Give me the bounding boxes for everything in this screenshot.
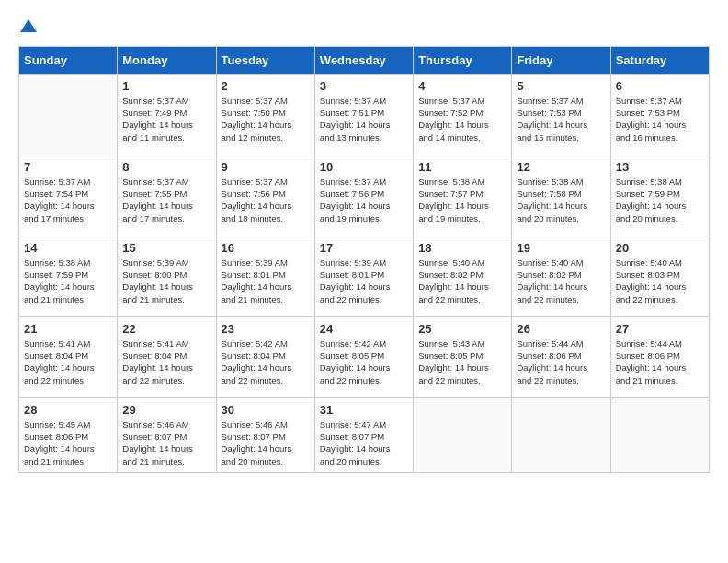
calendar-cell: 1Sunrise: 5:37 AM Sunset: 7:49 PM Daylig…	[118, 74, 216, 155]
calendar-cell: 3Sunrise: 5:37 AM Sunset: 7:51 PM Daylig…	[314, 74, 413, 155]
calendar-cell: 29Sunrise: 5:46 AM Sunset: 8:07 PM Dayli…	[118, 397, 216, 472]
day-info: Sunrise: 5:41 AM Sunset: 8:04 PM Dayligh…	[122, 338, 210, 386]
day-info: Sunrise: 5:42 AM Sunset: 8:04 PM Dayligh…	[222, 338, 310, 386]
calendar-cell: 20Sunrise: 5:40 AM Sunset: 8:03 PM Dayli…	[610, 236, 709, 316]
calendar-cell: 6Sunrise: 5:37 AM Sunset: 7:53 PM Daylig…	[610, 74, 709, 155]
calendar-cell: 14Sunrise: 5:38 AM Sunset: 7:59 PM Dayli…	[19, 236, 118, 316]
calendar-week-row: 14Sunrise: 5:38 AM Sunset: 7:59 PM Dayli…	[19, 236, 710, 316]
day-info: Sunrise: 5:40 AM Sunset: 8:02 PM Dayligh…	[517, 257, 605, 305]
calendar-cell: 10Sunrise: 5:37 AM Sunset: 7:56 PM Dayli…	[314, 155, 413, 236]
day-header-wednesday: Wednesday	[314, 46, 413, 74]
calendar-week-row: 1Sunrise: 5:37 AM Sunset: 7:49 PM Daylig…	[19, 74, 710, 155]
calendar-cell: 11Sunrise: 5:38 AM Sunset: 7:57 PM Dayli…	[414, 155, 512, 236]
calendar-cell: 7Sunrise: 5:37 AM Sunset: 7:54 PM Daylig…	[19, 155, 118, 236]
day-info: Sunrise: 5:38 AM Sunset: 7:57 PM Dayligh…	[418, 176, 506, 224]
day-info: Sunrise: 5:41 AM Sunset: 8:04 PM Dayligh…	[24, 338, 112, 386]
svg-marker-0	[20, 19, 37, 32]
calendar-cell: 13Sunrise: 5:38 AM Sunset: 7:59 PM Dayli…	[610, 155, 709, 236]
day-info: Sunrise: 5:37 AM Sunset: 7:52 PM Dayligh…	[418, 95, 506, 144]
day-info: Sunrise: 5:40 AM Sunset: 8:03 PM Dayligh…	[616, 257, 704, 305]
page-header	[18, 18, 710, 37]
calendar-cell	[19, 74, 118, 155]
day-header-tuesday: Tuesday	[216, 46, 314, 74]
calendar-cell: 4Sunrise: 5:37 AM Sunset: 7:52 PM Daylig…	[414, 74, 512, 155]
day-number: 8	[122, 160, 210, 174]
day-info: Sunrise: 5:37 AM Sunset: 7:50 PM Dayligh…	[222, 95, 310, 144]
day-number: 2	[222, 79, 310, 93]
day-info: Sunrise: 5:43 AM Sunset: 8:05 PM Dayligh…	[418, 338, 506, 386]
day-info: Sunrise: 5:44 AM Sunset: 8:06 PM Dayligh…	[616, 338, 704, 386]
day-number: 18	[418, 241, 506, 255]
day-info: Sunrise: 5:45 AM Sunset: 8:06 PM Dayligh…	[24, 419, 112, 467]
day-number: 6	[616, 79, 704, 93]
calendar-cell	[512, 397, 610, 472]
day-info: Sunrise: 5:37 AM Sunset: 7:49 PM Dayligh…	[122, 95, 210, 144]
day-info: Sunrise: 5:37 AM Sunset: 7:55 PM Dayligh…	[122, 176, 210, 224]
day-number: 9	[222, 160, 310, 174]
day-number: 21	[24, 322, 112, 336]
day-number: 10	[320, 160, 408, 174]
calendar-cell: 19Sunrise: 5:40 AM Sunset: 8:02 PM Dayli…	[512, 236, 610, 316]
calendar-cell: 25Sunrise: 5:43 AM Sunset: 8:05 PM Dayli…	[414, 316, 512, 397]
day-number: 25	[418, 322, 506, 336]
day-number: 16	[222, 241, 310, 255]
calendar-cell: 22Sunrise: 5:41 AM Sunset: 8:04 PM Dayli…	[118, 316, 216, 397]
day-number: 24	[320, 322, 408, 336]
day-header-sunday: Sunday	[19, 46, 118, 74]
day-header-monday: Monday	[118, 46, 216, 74]
day-info: Sunrise: 5:39 AM Sunset: 8:01 PM Dayligh…	[320, 257, 408, 305]
day-number: 28	[24, 403, 112, 417]
calendar-week-row: 21Sunrise: 5:41 AM Sunset: 8:04 PM Dayli…	[19, 316, 710, 397]
calendar-cell: 2Sunrise: 5:37 AM Sunset: 7:50 PM Daylig…	[216, 74, 314, 155]
calendar-cell: 9Sunrise: 5:37 AM Sunset: 7:56 PM Daylig…	[216, 155, 314, 236]
day-info: Sunrise: 5:37 AM Sunset: 7:54 PM Dayligh…	[24, 176, 112, 224]
calendar-cell: 8Sunrise: 5:37 AM Sunset: 7:55 PM Daylig…	[118, 155, 216, 236]
day-info: Sunrise: 5:40 AM Sunset: 8:02 PM Dayligh…	[418, 257, 506, 305]
calendar-week-row: 28Sunrise: 5:45 AM Sunset: 8:06 PM Dayli…	[19, 397, 710, 472]
calendar-cell	[414, 397, 512, 472]
day-number: 23	[222, 322, 310, 336]
day-number: 7	[24, 160, 112, 174]
day-number: 17	[320, 241, 408, 255]
calendar-cell: 27Sunrise: 5:44 AM Sunset: 8:06 PM Dayli…	[610, 316, 709, 397]
logo-icon	[20, 19, 37, 32]
day-number: 31	[320, 403, 408, 417]
day-number: 11	[418, 160, 506, 174]
day-info: Sunrise: 5:42 AM Sunset: 8:05 PM Dayligh…	[320, 338, 408, 386]
day-info: Sunrise: 5:37 AM Sunset: 7:53 PM Dayligh…	[616, 95, 704, 144]
calendar-cell: 15Sunrise: 5:39 AM Sunset: 8:00 PM Dayli…	[118, 236, 216, 316]
day-number: 14	[24, 241, 112, 255]
day-number: 4	[418, 79, 506, 93]
calendar-cell: 24Sunrise: 5:42 AM Sunset: 8:05 PM Dayli…	[314, 316, 413, 397]
calendar-cell: 26Sunrise: 5:44 AM Sunset: 8:06 PM Dayli…	[512, 316, 610, 397]
day-header-thursday: Thursday	[414, 46, 512, 74]
day-info: Sunrise: 5:47 AM Sunset: 8:07 PM Dayligh…	[320, 419, 408, 467]
day-info: Sunrise: 5:39 AM Sunset: 8:00 PM Dayligh…	[122, 257, 210, 305]
calendar-cell	[610, 397, 709, 472]
day-number: 3	[320, 79, 408, 93]
day-info: Sunrise: 5:37 AM Sunset: 7:56 PM Dayligh…	[320, 176, 408, 224]
day-number: 26	[517, 322, 605, 336]
day-number: 13	[616, 160, 704, 174]
logo	[18, 18, 37, 37]
calendar-cell: 31Sunrise: 5:47 AM Sunset: 8:07 PM Dayli…	[314, 397, 413, 472]
calendar-cell: 5Sunrise: 5:37 AM Sunset: 7:53 PM Daylig…	[512, 74, 610, 155]
day-info: Sunrise: 5:37 AM Sunset: 7:53 PM Dayligh…	[517, 95, 605, 144]
day-header-friday: Friday	[512, 46, 610, 74]
day-number: 30	[222, 403, 310, 417]
day-info: Sunrise: 5:46 AM Sunset: 8:07 PM Dayligh…	[222, 419, 310, 467]
day-number: 12	[517, 160, 605, 174]
day-number: 15	[122, 241, 210, 255]
calendar-cell: 12Sunrise: 5:38 AM Sunset: 7:58 PM Dayli…	[512, 155, 610, 236]
day-number: 22	[122, 322, 210, 336]
day-info: Sunrise: 5:38 AM Sunset: 7:59 PM Dayligh…	[616, 176, 704, 224]
day-info: Sunrise: 5:44 AM Sunset: 8:06 PM Dayligh…	[517, 338, 605, 386]
day-info: Sunrise: 5:38 AM Sunset: 7:59 PM Dayligh…	[24, 257, 112, 305]
day-info: Sunrise: 5:37 AM Sunset: 7:51 PM Dayligh…	[320, 95, 408, 144]
calendar-cell: 17Sunrise: 5:39 AM Sunset: 8:01 PM Dayli…	[314, 236, 413, 316]
calendar-cell: 16Sunrise: 5:39 AM Sunset: 8:01 PM Dayli…	[216, 236, 314, 316]
calendar-header-row: SundayMondayTuesdayWednesdayThursdayFrid…	[19, 46, 710, 74]
day-number: 5	[517, 79, 605, 93]
calendar-cell: 23Sunrise: 5:42 AM Sunset: 8:04 PM Dayli…	[216, 316, 314, 397]
calendar-cell: 21Sunrise: 5:41 AM Sunset: 8:04 PM Dayli…	[19, 316, 118, 397]
